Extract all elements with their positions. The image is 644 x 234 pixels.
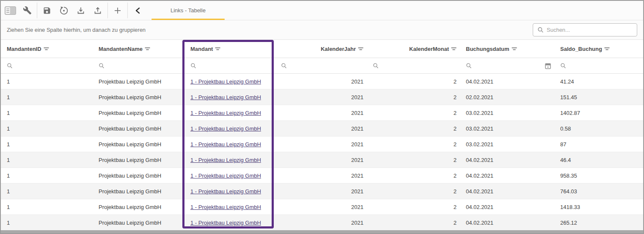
cell-MandantenID: 1 (1, 141, 93, 148)
toolbar-separator (107, 3, 108, 18)
cell-Saldo_Buchung: 46.4 (554, 157, 643, 163)
download-icon (77, 6, 85, 15)
mandant-link[interactable]: 1 - Projektbau Leipzig GmbH (190, 204, 261, 210)
column-header-Buchungsdatum[interactable]: Buchungsdatum (460, 40, 554, 58)
mandant-link[interactable]: 1 - Projektbau Leipzig GmbH (190, 110, 261, 116)
settings-button[interactable] (19, 1, 36, 20)
search-icon (99, 63, 105, 69)
download-button[interactable] (72, 1, 89, 20)
search-icon (7, 63, 13, 69)
plus-icon (113, 6, 122, 15)
column-header-label: MandantenID (7, 46, 41, 52)
column-header-Saldo_Buchung[interactable]: Saldo_Buchung (554, 40, 643, 58)
cell-Saldo_Buchung: 265.12 (554, 220, 643, 226)
column-header-Mandant[interactable]: Mandant (184, 40, 275, 58)
filter-cell-Mandant[interactable] (184, 58, 275, 73)
filter-icon[interactable] (358, 47, 363, 51)
history-button[interactable] (55, 1, 72, 20)
mandant-link[interactable]: 1 - Projektbau Leipzig GmbH (190, 173, 261, 179)
cell-Mandant: 1 - Projektbau Leipzig GmbH (184, 188, 275, 195)
chevron-left-icon (135, 7, 140, 14)
save-icon (43, 6, 51, 15)
tab-label: Links - Tabelle (171, 7, 206, 14)
cell-Saldo_Buchung: 41.24 (554, 78, 643, 85)
cell-MandantenName: Projektbau Leipzig GmbH (93, 204, 184, 210)
cell-MandantenName: Projektbau Leipzig GmbH (93, 110, 184, 116)
grid-header-row: MandantenIDMandantenNameMandantKalenderJ… (1, 40, 643, 58)
cell-Mandant: 1 - Projektbau Leipzig GmbH (184, 94, 275, 100)
filter-input-Buchungsdatum[interactable] (474, 63, 542, 69)
filter-icon[interactable] (145, 47, 150, 51)
horizontal-scrollbar[interactable] (1, 230, 643, 233)
filter-cell-Buchungsdatum[interactable] (460, 58, 554, 73)
cell-MandantenName: Projektbau Leipzig GmbH (93, 157, 184, 163)
filter-cell-MandantenID[interactable] (1, 58, 93, 73)
cell-KalenderJahr: 2021 (275, 173, 367, 179)
filter-icon[interactable] (215, 47, 220, 51)
filter-input-Mandant[interactable] (199, 63, 272, 69)
upload-button[interactable] (89, 1, 106, 20)
save-button[interactable] (39, 1, 55, 20)
app-window: Links - Tabelle Ziehen Sie eine Spalte h… (0, 0, 644, 234)
toolbar-separator (127, 3, 128, 18)
cell-KalenderJahr: 2021 (275, 188, 367, 195)
column-header-MandantenName[interactable]: MandantenName (93, 40, 184, 58)
cell-Buchungsdatum: 04.02.2021 (460, 188, 554, 195)
tab-links-tabelle[interactable]: Links - Tabelle (151, 1, 225, 20)
cell-MandantenID: 1 (1, 157, 93, 163)
cell-MandantenID: 1 (1, 78, 93, 85)
wrench-icon (23, 6, 32, 15)
filter-input-KalenderMonat[interactable] (381, 63, 457, 69)
cell-Buchungsdatum: 04.02.2021 (460, 220, 554, 226)
filter-input-MandantenName[interactable] (107, 63, 181, 69)
group-panel[interactable]: Ziehen Sie eine Spalte hierhin, um danac… (1, 20, 643, 40)
cell-MandantenID: 1 (1, 220, 93, 226)
table-row: 1Projektbau Leipzig GmbH1 - Projektbau L… (1, 89, 643, 105)
group-panel-text: Ziehen Sie eine Spalte hierhin, um danac… (7, 27, 146, 33)
cell-Saldo_Buchung: 1418.33 (554, 204, 643, 210)
filter-input-KalenderJahr[interactable] (289, 63, 363, 69)
table-row: 1Projektbau Leipzig GmbH1 - Projektbau L… (1, 215, 643, 231)
column-header-label: Mandant (190, 46, 213, 52)
mandant-link[interactable]: 1 - Projektbau Leipzig GmbH (190, 157, 261, 163)
cell-Buchungsdatum: 04.02.2021 (460, 157, 554, 163)
filter-cell-KalenderMonat[interactable] (367, 58, 460, 73)
search-input[interactable] (547, 27, 633, 33)
filter-cell-MandantenName[interactable] (93, 58, 184, 73)
mandant-link[interactable]: 1 - Projektbau Leipzig GmbH (190, 220, 261, 226)
calendar-icon[interactable] (545, 63, 551, 69)
mandant-link[interactable]: 1 - Projektbau Leipzig GmbH (190, 188, 261, 195)
search-box[interactable] (533, 23, 637, 36)
search-icon (281, 63, 287, 69)
mandant-link[interactable]: 1 - Projektbau Leipzig GmbH (190, 141, 261, 148)
filter-icon[interactable] (512, 47, 517, 51)
filter-cell-Saldo_Buchung[interactable] (554, 58, 643, 73)
mandant-link[interactable]: 1 - Projektbau Leipzig GmbH (190, 78, 261, 85)
cell-Saldo_Buchung: 151.45 (554, 94, 643, 100)
cell-Saldo_Buchung: 958.35 (554, 173, 643, 179)
mandant-link[interactable]: 1 - Projektbau Leipzig GmbH (190, 125, 261, 132)
cell-Buchungsdatum: 03.02.2021 (460, 110, 554, 116)
mandant-link[interactable]: 1 - Projektbau Leipzig GmbH (190, 94, 261, 100)
cell-MandantenID: 1 (1, 125, 93, 132)
filter-icon[interactable] (451, 47, 457, 51)
add-button[interactable] (109, 1, 126, 20)
filter-cell-KalenderJahr[interactable] (275, 58, 367, 73)
panel-toggle-button[interactable] (2, 1, 19, 20)
filter-input-MandantenID[interactable] (15, 63, 89, 69)
filter-icon[interactable] (604, 47, 610, 51)
grid-filter-row (1, 58, 643, 74)
cell-Buchungsdatum: 04.02.2021 (460, 204, 554, 210)
filter-icon[interactable] (44, 47, 49, 51)
panel-icon (5, 6, 16, 15)
back-button[interactable] (129, 1, 146, 20)
cell-KalenderMonat: 2 (367, 94, 460, 100)
filter-input-Saldo_Buchung[interactable] (569, 63, 640, 69)
column-header-MandantenID[interactable]: MandantenID (1, 40, 93, 58)
column-header-KalenderJahr[interactable]: KalenderJahr (275, 40, 367, 58)
table-row: 1Projektbau Leipzig GmbH1 - Projektbau L… (1, 121, 643, 136)
cell-Mandant: 1 - Projektbau Leipzig GmbH (184, 141, 275, 148)
cell-KalenderJahr: 2021 (275, 125, 367, 132)
column-header-KalenderMonat[interactable]: KalenderMonat (367, 40, 460, 58)
cell-Saldo_Buchung: 1402.87 (554, 110, 643, 116)
